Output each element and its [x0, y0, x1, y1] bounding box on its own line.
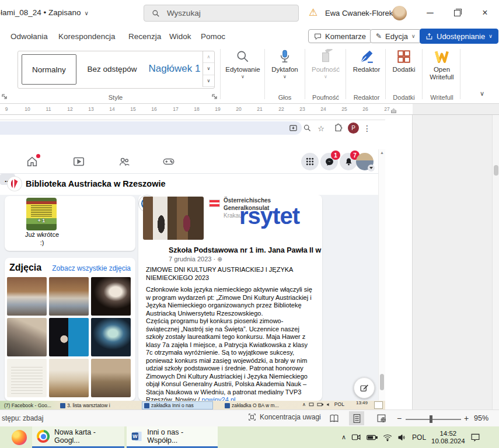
photo-thumbnail[interactable]: [49, 277, 89, 316]
editing-menu-button[interactable]: Edytowanie ∨: [224, 49, 262, 79]
word-scrollbar-thumb[interactable]: [494, 165, 498, 176]
search-box[interactable]: Wyszukaj: [144, 5, 299, 22]
photo-thumbnail[interactable]: [7, 277, 47, 316]
post-author-name[interactable]: Szkoła Podstawowa nr 1 im. Jana Pawła II…: [169, 246, 322, 254]
editor-button[interactable]: Redaktor: [348, 49, 385, 74]
tab-widok[interactable]: Widok: [167, 31, 194, 42]
facebook-profile-avatar[interactable]: [356, 153, 374, 170]
account-name[interactable]: Ewa Cwanek-Florek: [325, 9, 393, 18]
extensions-icon: [334, 124, 343, 132]
print-layout-icon[interactable]: [352, 414, 362, 424]
speaker-icon[interactable]: [397, 433, 407, 442]
addins-label: Dodatki: [393, 66, 416, 74]
globe-icon: ⊕: [217, 256, 222, 262]
writefull-button[interactable]: OpenWritefull: [424, 49, 459, 81]
post-photo[interactable]: [143, 197, 204, 240]
taskbar-word-window[interactable]: W Inni o nas - Współp...: [127, 426, 218, 448]
style-normalny[interactable]: Normalny: [22, 54, 76, 85]
gallery-scroll-down[interactable]: ∨: [203, 63, 214, 75]
gallery-scroll-up[interactable]: ∧: [203, 51, 214, 63]
photo-thumbnail[interactable]: [49, 318, 89, 356]
ribbon-tab-row: Odwołania Korespondencja Recenzja Widok …: [0, 26, 499, 47]
photo-thumbnail[interactable]: [49, 359, 89, 397]
tab-recenzja[interactable]: Recenzja: [126, 31, 163, 42]
word-icon: [225, 403, 230, 408]
captured-address-bar: [0, 121, 302, 135]
right-indent-marker[interactable]: [391, 108, 396, 113]
embedded-screenshot[interactable]: ☆ P ⋮: [0, 120, 385, 408]
focus-mode-button[interactable]: Koncentracja uwagi: [248, 413, 321, 421]
photo-thumbnail[interactable]: [91, 277, 131, 316]
battery-icon[interactable]: [367, 433, 378, 442]
screen: łami_08_24 • Zapisano∨ Wyszukaj ⚠ Ewa Cw…: [0, 0, 499, 448]
photo-thumbnail[interactable]: [91, 318, 131, 356]
zoom-slider-thumb[interactable]: [430, 415, 432, 423]
read-mode-icon[interactable]: [329, 414, 339, 424]
comments-button[interactable]: Komentarze: [308, 29, 372, 43]
tray-chevron-icon[interactable]: ∧: [341, 433, 346, 441]
gaming-icon: [162, 155, 175, 168]
restore-button[interactable]: [448, 7, 466, 19]
share-label: Udostępnianie: [437, 32, 485, 41]
ribbon-separator: [305, 49, 305, 99]
zoom-out-button[interactable]: −: [397, 414, 402, 423]
web-layout-icon[interactable]: [376, 414, 386, 424]
captured-page-scrollbar[interactable]: ▲: [378, 149, 385, 401]
apps-menu-button[interactable]: [301, 153, 319, 170]
zoom-in-button[interactable]: +: [464, 414, 469, 423]
share-button[interactable]: Udostępnianie ∨: [420, 29, 498, 44]
document-page[interactable]: ☆ P ⋮: [0, 115, 413, 410]
document-title-text: łami_08_24 • Zapisano: [1, 8, 81, 17]
ribbon-separator: [460, 49, 460, 99]
editing-mode-button[interactable]: ✎ Edycja ∨: [370, 29, 421, 43]
photo-thumbnail[interactable]: [7, 359, 47, 397]
restore-icon: [454, 10, 460, 16]
collapse-ribbon-button[interactable]: ∨: [480, 90, 484, 97]
accessibility-status[interactable]: stępu: zbadaj: [2, 414, 43, 422]
nowiny24-link[interactable]: nowiny24.pl: [201, 396, 235, 401]
scrollbar-thumb[interactable]: [380, 374, 384, 390]
scroll-up-arrow-icon[interactable]: ▲: [379, 150, 385, 155]
photo-thumbnail[interactable]: [91, 359, 131, 397]
style-naglowek-1[interactable]: Nagłówek 1: [148, 54, 201, 83]
notifications-button[interactable]: 7: [340, 153, 357, 170]
messenger-button[interactable]: 1: [320, 153, 338, 170]
clock[interactable]: 14:52 10.08.2024: [431, 430, 465, 445]
photo-thumbnail[interactable]: [7, 318, 47, 356]
warning-icon[interactable]: ⚠: [309, 6, 317, 19]
edit-fab-button[interactable]: [354, 377, 375, 398]
page-name[interactable]: Biblioteka Austriacka w Rzeszowie: [26, 179, 166, 188]
dialog-launcher-icon[interactable]: [1, 93, 8, 100]
focus-icon: [248, 413, 256, 421]
watch-icon: [72, 155, 85, 168]
chevron-down-icon: [368, 164, 375, 172]
tab-korespondencja[interactable]: Korespondencja: [56, 31, 118, 42]
language-indicator[interactable]: POL: [412, 433, 426, 442]
close-button[interactable]: ×: [476, 7, 494, 19]
document-title[interactable]: łami_08_24 • Zapisano∨: [1, 8, 89, 17]
tab-pomoc[interactable]: Pomoc: [198, 31, 228, 42]
meet-camera-icon[interactable]: [351, 433, 361, 442]
see-all-photos-link[interactable]: Zobacz wszystkie zdjęcia: [52, 264, 131, 272]
event-poster-thumbnail[interactable]: + 1: [26, 198, 57, 230]
addins-button[interactable]: Dodatki: [388, 49, 420, 74]
captured-task-label: (7) Facebook - Goo...: [4, 402, 51, 408]
account-avatar[interactable]: [392, 6, 407, 20]
tab-odwolania[interactable]: Odwołania: [8, 31, 50, 42]
poster-text-lines: [31, 205, 52, 216]
gallery-more-button[interactable]: ∨: [203, 75, 214, 87]
taskbar-chrome-window[interactable]: Nowa karta - Googl...: [32, 426, 124, 448]
editor-group-label: Redaktor: [348, 94, 385, 101]
style-bez-odstepow[interactable]: Bez odstępów: [80, 54, 144, 83]
page-logo-icon: [7, 176, 22, 191]
notifications-tray-icon[interactable]: [470, 433, 480, 442]
firefox-icon[interactable]: [12, 430, 27, 445]
windows-taskbar: Nowa karta - Googl... W Inni o nas - Wsp…: [0, 426, 499, 448]
zoom-level[interactable]: 95%: [474, 414, 488, 422]
minimize-button[interactable]: ─: [421, 7, 439, 19]
zoom-slider-track[interactable]: [406, 419, 461, 420]
dictate-button[interactable]: Dyktafon ∨: [267, 49, 302, 79]
word-scrollbar[interactable]: [492, 115, 499, 410]
captured-tray: ∧ POL: [302, 401, 344, 407]
wifi-icon[interactable]: [383, 433, 392, 442]
